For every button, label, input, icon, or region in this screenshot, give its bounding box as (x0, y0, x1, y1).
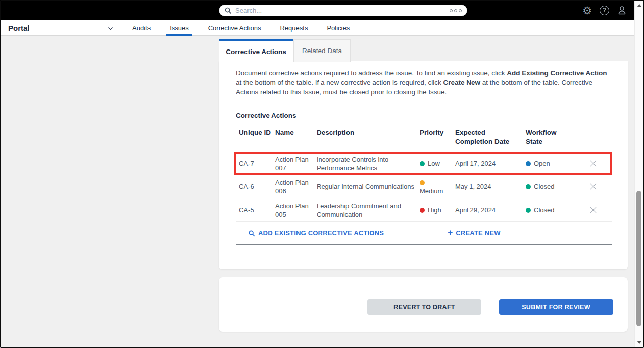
priority-dot (420, 180, 425, 185)
table-row-ca6[interactable]: CA-6 Action Plan 006 Regular Internal Co… (236, 175, 612, 198)
panel-description: Document corrective actions required to … (236, 68, 611, 97)
tab-corrective-actions[interactable]: Corrective Actions (219, 39, 293, 62)
cell-description: Incorporate Controls into Performance Me… (317, 155, 420, 172)
priority-dot (420, 208, 425, 213)
table-footer-links: ADD EXISTING CORRECTIVE ACTIONS + CREATE… (236, 222, 612, 245)
panel-tabs: Corrective Actions Related Data (219, 39, 351, 62)
help-icon[interactable]: ? (600, 6, 609, 15)
portal-label: Portal (8, 24, 30, 32)
cell-name: Action Plan 007 (275, 155, 317, 172)
scroll-down-arrow-icon[interactable] (637, 341, 642, 344)
remove-row-icon[interactable] (588, 182, 598, 192)
remove-row-icon[interactable] (588, 205, 598, 215)
user-account-icon[interactable] (617, 5, 627, 16)
create-new-link[interactable]: + CREATE NEW (448, 229, 501, 237)
cell-name: Action Plan 006 (275, 178, 317, 195)
cell-date: May 1, 2024 (455, 182, 526, 191)
top-bar: ⚙ ? (0, 0, 644, 20)
remove-row-icon[interactable] (588, 159, 598, 169)
revert-to-draft-button[interactable]: REVERT TO DRAFT (367, 299, 481, 315)
table-row-ca5[interactable]: CA-5 Action Plan 005 Leadership Commitme… (236, 198, 612, 222)
search-icon (224, 7, 232, 14)
scroll-up-arrow-icon[interactable] (637, 4, 642, 7)
col-unique-id: Unique ID (236, 128, 275, 137)
cell-description: Regular Internal Communications (317, 182, 420, 191)
col-workflow-state: Workflow State (526, 128, 574, 146)
page-content: Corrective Actions Related Data Document… (0, 36, 644, 348)
col-name: Name (275, 128, 317, 137)
cell-unique-id: CA-6 (236, 182, 275, 191)
chevron-down-icon (107, 25, 114, 32)
cell-priority: Low (420, 159, 455, 168)
portal-dropdown[interactable]: Portal (0, 20, 121, 36)
nav-item-issues[interactable]: Issues (170, 20, 189, 36)
priority-dot (420, 161, 425, 166)
cell-unique-id: CA-7 (236, 159, 275, 168)
cell-priority: High (420, 206, 455, 214)
corrective-actions-panel: Document corrective actions required to … (219, 61, 628, 269)
cell-workflow-state: Open (526, 159, 574, 168)
cell-workflow-state: Closed (526, 206, 574, 214)
submit-for-review-button[interactable]: SUBMIT FOR REVIEW (499, 299, 613, 315)
global-search[interactable] (219, 5, 467, 16)
nav-item-requests[interactable]: Requests (280, 20, 308, 36)
corrective-actions-table: Unique ID Name Description Priority Expe… (236, 124, 612, 245)
state-dot (526, 161, 531, 166)
plus-icon: + (448, 228, 453, 237)
col-description: Description (317, 128, 420, 137)
cell-date: April 17, 2024 (455, 159, 526, 168)
search-input[interactable] (235, 7, 450, 14)
search-options-icon[interactable] (450, 9, 462, 12)
add-existing-corrective-actions-link[interactable]: ADD EXISTING CORRECTIVE ACTIONS (248, 229, 384, 237)
cell-workflow-state: Closed (526, 182, 574, 191)
nav-item-policies[interactable]: Policies (327, 20, 350, 36)
nav-item-audits[interactable]: Audits (132, 20, 151, 36)
vertical-scrollbar[interactable] (634, 1, 643, 347)
col-expected-completion-date: Expected Completion Date (455, 128, 526, 146)
state-dot (526, 208, 531, 213)
col-priority: Priority (420, 128, 455, 137)
nav-item-corrective-actions[interactable]: Corrective Actions (208, 20, 261, 36)
tab-related-data[interactable]: Related Data (293, 39, 351, 62)
settings-gear-icon[interactable]: ⚙ (582, 5, 592, 16)
nav-bar: Portal Audits Issues Corrective Actions … (0, 20, 644, 36)
table-row-ca7-highlighted[interactable]: CA-7 Action Plan 007 Incorporate Control… (236, 152, 612, 175)
state-dot (526, 184, 531, 189)
table-title: Corrective Actions (236, 112, 296, 119)
cell-date: April 29, 2024 (455, 206, 526, 214)
workflow-actions-panel: REVERT TO DRAFT SUBMIT FOR REVIEW (219, 277, 628, 332)
search-icon (248, 230, 255, 237)
cell-description: Leadership Commitment and Communication (317, 202, 420, 219)
cell-unique-id: CA-5 (236, 206, 275, 214)
scrollbar-thumb[interactable] (636, 191, 641, 326)
table-header-row: Unique ID Name Description Priority Expe… (236, 124, 612, 152)
cell-priority: Medium (420, 178, 455, 195)
cell-name: Action Plan 005 (275, 202, 317, 219)
nav-tabs: Audits Issues Corrective Actions Request… (121, 20, 634, 36)
